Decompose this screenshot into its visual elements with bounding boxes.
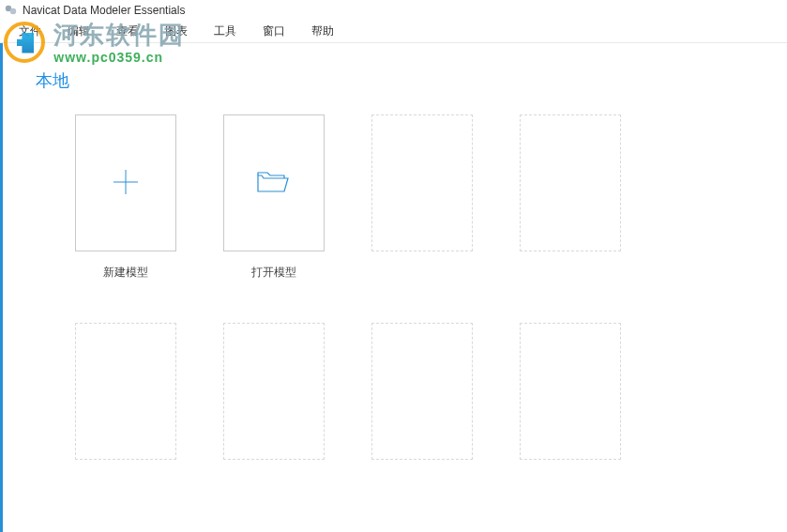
menu-help[interactable]: 帮助: [298, 21, 347, 42]
menu-window[interactable]: 窗口: [250, 21, 298, 42]
tile-open-model[interactable]: 打开模型: [223, 114, 325, 280]
menubar: 文件 编辑 查看 图表 工具 窗口 帮助: [0, 21, 787, 43]
plus-icon: [110, 166, 142, 201]
menu-view[interactable]: 查看: [103, 21, 152, 42]
tile-placeholder: [520, 114, 621, 280]
tile-placeholder: [75, 323, 176, 488]
content-area: 本地 新建模型: [0, 43, 787, 488]
tile-box: [75, 323, 176, 460]
folder-icon: [256, 168, 292, 199]
tile-placeholder: [520, 323, 621, 488]
tile-placeholder: [371, 114, 473, 280]
menu-tools[interactable]: 工具: [201, 21, 250, 42]
tiles-grid: 新建模型 打开模型: [34, 114, 753, 488]
tile-box: [223, 323, 325, 460]
app-icon: [4, 3, 19, 18]
svg-point-1: [10, 8, 16, 14]
menu-file[interactable]: 文件: [6, 21, 54, 42]
tile-box: [520, 323, 621, 460]
left-accent-bar: [0, 43, 3, 532]
tile-box: [371, 114, 473, 251]
tile-label: 新建模型: [103, 265, 148, 280]
tile-box: [75, 114, 176, 251]
tile-placeholder: [371, 323, 473, 488]
tile-new-model[interactable]: 新建模型: [75, 114, 176, 280]
tile-box: [223, 114, 325, 251]
tile-label: 打开模型: [251, 265, 296, 280]
menu-edit[interactable]: 编辑: [54, 21, 103, 42]
titlebar: Navicat Data Modeler Essentials: [0, 0, 787, 21]
section-title: 本地: [36, 69, 753, 92]
titlebar-title: Navicat Data Modeler Essentials: [23, 4, 185, 17]
menu-chart[interactable]: 图表: [152, 21, 201, 42]
tile-box: [520, 114, 621, 251]
tile-box: [371, 323, 473, 460]
tile-placeholder: [223, 323, 325, 488]
